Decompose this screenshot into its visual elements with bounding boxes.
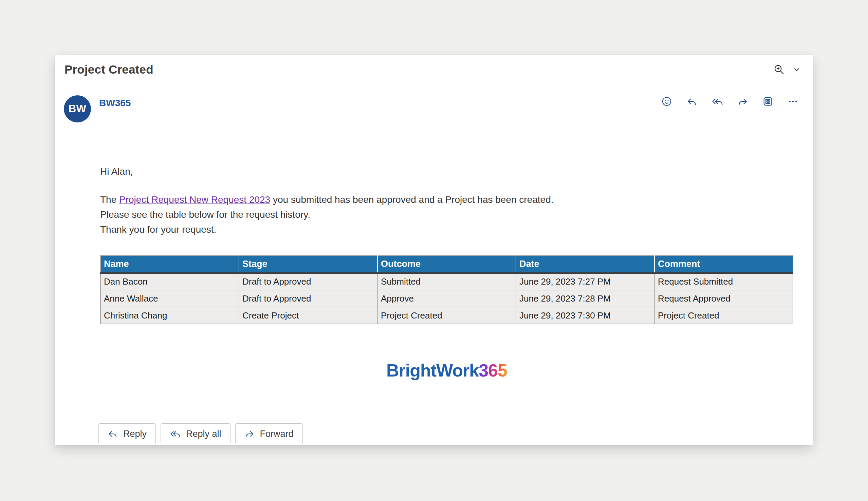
logo-brand-text: BrightWork <box>386 361 479 380</box>
table-header-cell: Date <box>516 255 655 273</box>
table-cell: Dan Bacon <box>101 273 239 290</box>
table-header-cell: Name <box>101 255 239 273</box>
chevron-down-icon[interactable] <box>792 65 801 74</box>
zoom-in-icon[interactable] <box>773 64 785 75</box>
forward-icon[interactable] <box>737 96 748 107</box>
message-toolbar <box>661 96 798 107</box>
logo-suffix-text: 365 <box>479 361 507 380</box>
body-line1-pre: The <box>100 194 119 205</box>
email-reading-pane: Project Created BW BW365 <box>55 55 813 445</box>
avatar[interactable]: BW <box>64 95 91 122</box>
page-title: Project Created <box>64 63 154 76</box>
table-cell: Draft to Approved <box>239 273 377 290</box>
table-header-cell: Comment <box>655 255 793 273</box>
title-bar: Project Created <box>55 55 813 84</box>
title-controls <box>773 64 801 75</box>
table-cell: Project Created <box>377 307 516 324</box>
table-cell: June 29, 2023 7:27 PM <box>516 273 655 290</box>
forward-button[interactable]: Forward <box>235 423 303 444</box>
table-cell: Submitted <box>377 273 516 290</box>
table-cell: June 29, 2023 7:30 PM <box>516 307 655 324</box>
table-cell: Request Submitted <box>655 273 793 290</box>
reply-all-icon <box>170 429 181 439</box>
reply-button-label: Reply <box>123 429 147 439</box>
greeting-text: Hi Alan, <box>100 166 133 177</box>
reply-all-button[interactable]: Reply all <box>160 423 230 444</box>
body-paragraph: The Project Request New Request 2023 you… <box>100 192 554 237</box>
table-cell: June 29, 2023 7:28 PM <box>516 290 655 307</box>
forward-icon <box>244 429 254 439</box>
table-cell: Draft to Approved <box>239 290 377 307</box>
table-header-cell: Stage <box>239 255 377 273</box>
reply-button[interactable]: Reply <box>98 423 156 444</box>
project-request-link[interactable]: Project Request New Request 2023 <box>119 194 270 205</box>
forward-button-label: Forward <box>260 429 294 439</box>
body-line-2: Please see the table below for the reque… <box>100 207 554 222</box>
reply-icon <box>108 429 118 439</box>
action-buttons: Reply Reply all Forward <box>98 423 303 444</box>
more-options-icon[interactable] <box>787 96 798 107</box>
table-cell: Request Approved <box>655 290 793 307</box>
table-cell: Create Project <box>239 307 377 324</box>
table-header-cell: Outcome <box>377 255 516 273</box>
table-cell: Christina Chang <box>101 307 239 324</box>
reply-all-button-label: Reply all <box>186 429 221 439</box>
request-history-table: NameStageOutcomeDateComment Dan BaconDra… <box>100 255 793 324</box>
table-row: Dan BaconDraft to ApprovedSubmittedJune … <box>101 273 793 290</box>
sender-name[interactable]: BW365 <box>99 98 131 108</box>
body-line1-post: you submitted has been approved and a Pr… <box>270 194 553 205</box>
reply-all-icon[interactable] <box>711 96 723 107</box>
table-body: Dan BaconDraft to ApprovedSubmittedJune … <box>101 273 793 324</box>
avatar-initials: BW <box>69 103 86 115</box>
table-row: Christina ChangCreate ProjectProject Cre… <box>101 307 793 324</box>
reply-icon[interactable] <box>687 96 697 107</box>
table-row: Anne WallaceDraft to ApprovedApproveJune… <box>101 290 793 307</box>
table-cell: Project Created <box>655 307 793 324</box>
brightwork365-logo: BrightWork365 <box>100 360 793 381</box>
table-cell: Anne Wallace <box>101 290 239 307</box>
emoji-reaction-icon[interactable] <box>661 96 672 107</box>
body-line-3: Thank you for your request. <box>100 222 554 237</box>
body-line-1: The Project Request New Request 2023 you… <box>100 192 554 207</box>
table-header-row: NameStageOutcomeDateComment <box>101 255 793 273</box>
table-cell: Approve <box>377 290 516 307</box>
apps-grid-icon[interactable] <box>762 96 773 107</box>
table-head: NameStageOutcomeDateComment <box>101 255 793 273</box>
